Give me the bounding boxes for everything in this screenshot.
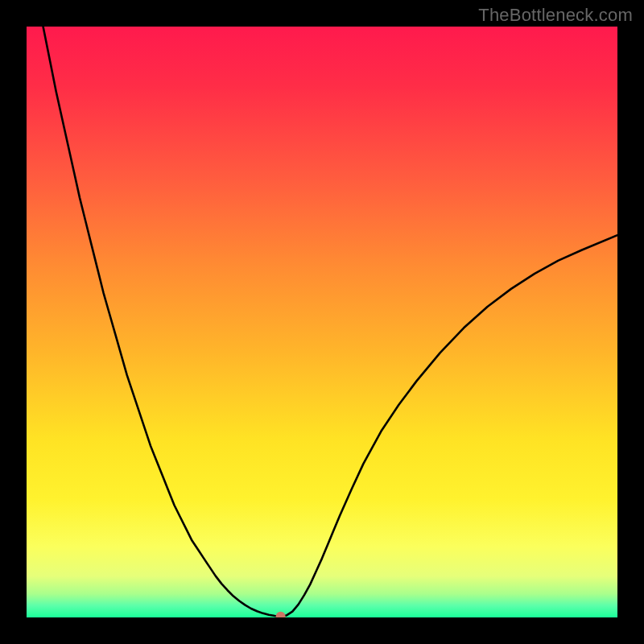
chart-frame: TheBottleneck.com xyxy=(0,0,644,644)
watermark-text: TheBottleneck.com xyxy=(478,5,633,26)
curve xyxy=(27,27,617,617)
plot-area xyxy=(27,27,617,617)
svg-point-1 xyxy=(276,612,286,617)
